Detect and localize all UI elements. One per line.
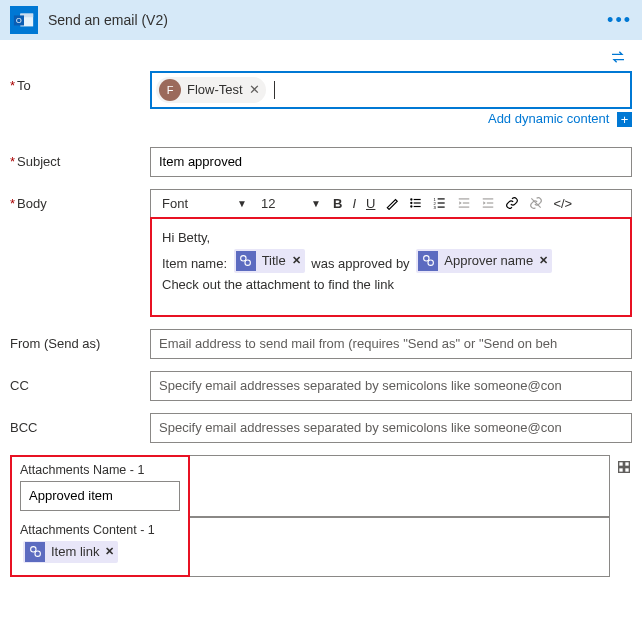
remove-token-icon[interactable]: ✕ — [539, 251, 548, 270]
subject-input[interactable] — [150, 147, 632, 177]
link-button[interactable] — [502, 194, 522, 212]
attachments-content-group: Attachments Content - 1 Item link ✕ — [10, 517, 190, 577]
svg-point-8 — [411, 205, 413, 207]
label-bcc: BCC — [10, 413, 150, 435]
svg-rect-7 — [414, 203, 421, 204]
outlook-icon: O — [10, 6, 38, 34]
font-size-select[interactable]: 12▼ — [256, 193, 326, 214]
svg-point-30 — [30, 547, 35, 552]
label-from: From (Send as) — [10, 329, 150, 351]
svg-rect-17 — [463, 203, 469, 204]
swap-icon[interactable] — [610, 48, 626, 63]
from-input[interactable] — [150, 329, 632, 359]
svg-rect-9 — [414, 206, 421, 207]
unlink-button[interactable] — [526, 194, 546, 212]
sharepoint-token-icon — [25, 542, 45, 562]
recipient-name: Flow-Test — [187, 82, 243, 97]
avatar: F — [159, 79, 181, 101]
token-approver[interactable]: Approver name ✕ — [416, 249, 552, 273]
svg-rect-5 — [414, 199, 421, 200]
attachment-content-extra[interactable] — [190, 517, 610, 577]
more-menu[interactable]: ••• — [607, 10, 632, 31]
token-title[interactable]: Title ✕ — [234, 249, 305, 273]
sharepoint-token-icon — [418, 251, 438, 271]
number-list-button[interactable]: 123 — [430, 194, 450, 212]
text-caret — [274, 81, 275, 99]
svg-rect-28 — [619, 467, 624, 472]
attachment-name-extra[interactable] — [190, 455, 610, 517]
action-title: Send an email (V2) — [48, 12, 607, 28]
label-to: *To — [10, 71, 150, 93]
svg-point-25 — [428, 260, 433, 265]
bullet-list-button[interactable] — [406, 194, 426, 212]
label-subject: *Subject — [10, 147, 150, 169]
svg-rect-26 — [619, 461, 624, 466]
font-select[interactable]: Font▼ — [157, 193, 252, 214]
attachment-name-input[interactable] — [20, 481, 180, 511]
label-body: *Body — [10, 189, 150, 211]
svg-rect-19 — [483, 198, 494, 199]
plus-icon[interactable]: + — [617, 112, 632, 127]
to-input[interactable]: F Flow-Test ✕ — [150, 71, 632, 109]
svg-rect-18 — [459, 207, 470, 208]
bold-button[interactable]: B — [330, 194, 345, 213]
add-dynamic-content-link[interactable]: Add dynamic content — [488, 111, 609, 126]
body-editor[interactable]: Hi Betty, Item name: Title ✕ was approve… — [150, 217, 632, 317]
recipient-chip[interactable]: F Flow-Test ✕ — [156, 77, 266, 103]
attachments-group: Attachments Name - 1 — [10, 455, 190, 517]
svg-point-4 — [411, 198, 413, 200]
svg-rect-27 — [625, 461, 630, 466]
rich-text-toolbar: Font▼ 12▼ B I U 123 — [150, 189, 632, 217]
svg-point-6 — [411, 202, 413, 204]
action-header: O Send an email (V2) ••• — [0, 0, 642, 40]
svg-point-22 — [241, 256, 246, 261]
switch-mode-icon[interactable] — [616, 455, 632, 517]
indent-button[interactable] — [478, 194, 498, 212]
svg-text:3: 3 — [434, 205, 437, 210]
svg-rect-20 — [487, 203, 493, 204]
svg-rect-11 — [438, 198, 445, 199]
outdent-button[interactable] — [454, 194, 474, 212]
svg-rect-13 — [438, 203, 445, 204]
body-line-1: Hi Betty, — [162, 227, 620, 249]
svg-point-23 — [245, 260, 250, 265]
color-button[interactable] — [382, 194, 402, 212]
svg-rect-29 — [625, 467, 630, 472]
svg-point-31 — [34, 551, 39, 556]
svg-text:O: O — [16, 16, 22, 25]
code-view-button[interactable]: </> — [550, 194, 575, 213]
underline-button[interactable]: U — [363, 194, 378, 213]
svg-rect-21 — [483, 207, 494, 208]
cc-input[interactable] — [150, 371, 632, 401]
remove-recipient-icon[interactable]: ✕ — [249, 82, 260, 97]
bcc-input[interactable] — [150, 413, 632, 443]
svg-point-24 — [423, 256, 428, 261]
remove-token-icon[interactable]: ✕ — [105, 545, 114, 558]
italic-button[interactable]: I — [349, 194, 359, 213]
label-att-name: Attachments Name - 1 — [20, 463, 180, 477]
body-line-3: Check out the attachment to find the lin… — [162, 274, 620, 296]
body-line-2: Item name: Title ✕ was approved by Appro… — [162, 249, 620, 275]
remove-token-icon[interactable]: ✕ — [292, 251, 301, 270]
svg-rect-15 — [438, 207, 445, 208]
label-cc: CC — [10, 371, 150, 393]
svg-rect-16 — [459, 198, 470, 199]
sharepoint-token-icon — [236, 251, 256, 271]
token-item-link[interactable]: Item link ✕ — [23, 541, 118, 563]
label-att-content: Attachments Content - 1 — [20, 523, 180, 537]
